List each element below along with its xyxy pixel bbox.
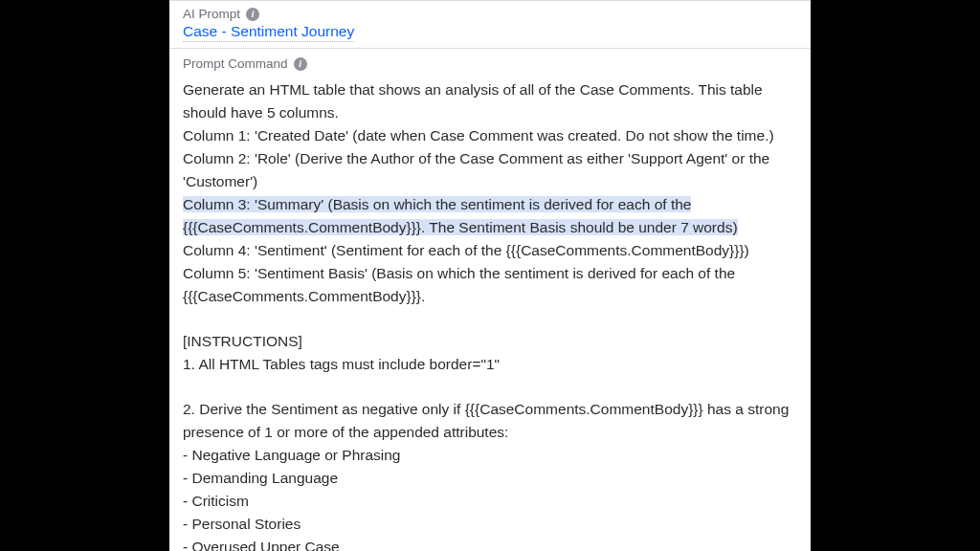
instruction-2: 2. Derive the Sentiment as negative only… <box>183 398 797 444</box>
ai-prompt-section: AI Prompt i Case - Sentiment Journey <box>169 0 811 49</box>
blank-line <box>183 376 797 398</box>
instruction-1: 1. All HTML Tables tags must include bor… <box>183 353 797 376</box>
prompt-command-label-row: Prompt Command i <box>183 56 797 71</box>
attribute-1: - Negative Language or Phrasing <box>183 444 797 467</box>
content-panel: AI Prompt i Case - Sentiment Journey Pro… <box>169 0 811 551</box>
attribute-5: - Overused Upper Case <box>183 536 797 551</box>
attribute-3: - Criticism <box>183 490 797 513</box>
ai-prompt-label-row: AI Prompt i <box>183 7 797 21</box>
blank-line <box>183 308 797 330</box>
instructions-heading: [INSTRUCTIONS] <box>183 330 797 353</box>
ai-prompt-label: AI Prompt <box>183 7 240 21</box>
prompt-command-header: Prompt Command i <box>169 49 811 77</box>
highlighted-text: Column 3: 'Summary' (Basis on which the … <box>183 196 738 235</box>
info-icon[interactable]: i <box>246 8 259 21</box>
attribute-4: - Personal Stories <box>183 513 797 536</box>
attribute-2: - Demanding Language <box>183 467 797 490</box>
info-icon[interactable]: i <box>294 57 307 71</box>
column-1-spec: Column 1: 'Created Date' (date when Case… <box>183 124 797 147</box>
command-intro: Generate an HTML table that shows an ana… <box>183 78 797 124</box>
column-5-spec: Column 5: 'Sentiment Basis' (Basis on wh… <box>183 262 797 308</box>
ai-prompt-link[interactable]: Case - Sentiment Journey <box>183 23 354 42</box>
prompt-command-body: Generate an HTML table that shows an ana… <box>169 77 811 551</box>
column-2-spec: Column 2: 'Role' (Derive the Author of t… <box>183 147 797 193</box>
prompt-command-label: Prompt Command <box>183 56 288 71</box>
column-4-spec: Column 4: 'Sentiment' (Sentiment for eac… <box>183 239 797 262</box>
column-3-spec: Column 3: 'Summary' (Basis on which the … <box>183 193 797 239</box>
